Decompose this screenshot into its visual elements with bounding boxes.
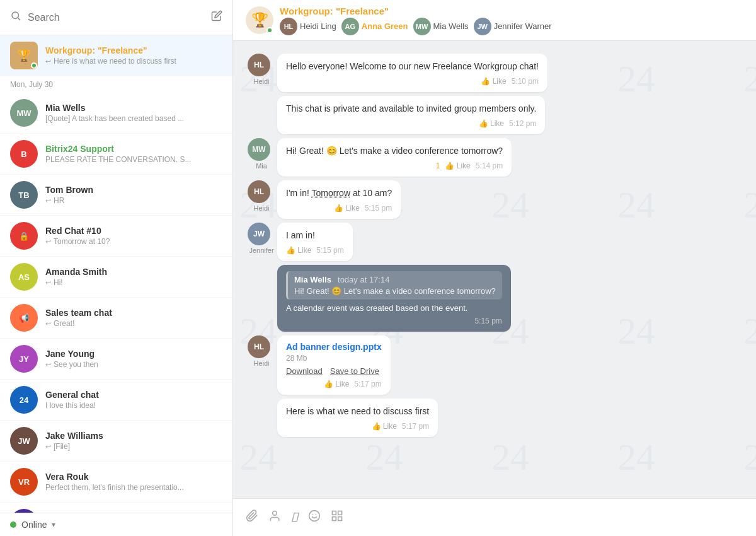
person-icon[interactable] [268,510,281,525]
sender-label: Heidi [253,359,269,367]
online-dot [10,521,16,528]
message-time: 5:10 pm [512,77,539,86]
like-button[interactable]: 👍 Like [324,380,349,388]
file-name[interactable]: Ad banner design.pptx [286,342,382,352]
chat-item[interactable]: CS Caroline Simon ↩ [File] [0,503,232,513]
search-input[interactable] [28,12,211,23]
chat-item-info: Mia Wells [Quote] A task has been create… [45,103,222,123]
like-button[interactable]: 👍 Like [334,204,359,213]
chat-item-info: Vera Rouk Perfect them, let's finish the… [45,472,222,492]
quote-block: Mia Wells today at 17:14 Hi! Great! 😊 Le… [286,271,502,300]
like-button[interactable]: 👍 Like [372,422,397,431]
chat-item-name: Vera Rouk [45,472,222,482]
chat-item[interactable]: MW Mia Wells [Quote] A task has been cre… [0,93,232,134]
message-bubble: Hello everyone! Welcome to our new Freel… [277,54,547,92]
chat-item-info: Red Chat #10 ↩ Tomorrow at 10? [45,226,222,246]
bubble-meta: 👍 Like 5:17 pm [286,422,429,431]
chat-item[interactable]: JW Jake Williams ↩ [File] [0,421,232,462]
chat-item-info: Jane Young ↩ See you then [45,349,222,369]
message-text: Here is what we need to discuss first [286,405,429,418]
chat-header: 🏆 Workgroup: "Freelance" HL Heidi Ling A… [233,0,756,41]
reply-icon: ↩ [45,320,51,328]
quote-author: Mia Wells today at 17:14 [294,275,496,284]
like-button[interactable]: 👍 Like [445,161,470,170]
apps-icon[interactable] [331,510,343,525]
message-bubble: Hi! Great! 😊 Let's make a video conferen… [277,138,512,177]
svg-point-0 [12,12,19,19]
header-member: HL Heidi Ling [280,18,336,35]
chat-item[interactable]: AS Amanda Smith ↩ Hi! [0,257,232,298]
chat-item-info: Sales team chat ↩ Great! [45,308,222,328]
sender-label: Heidi [253,78,269,85]
attach-icon[interactable] [246,510,258,525]
file-size: 28 Mb [286,354,382,363]
message-time: 5:17 pm [402,422,429,431]
bubble-meta: 👍 Like 5:10 pm [286,77,539,86]
message-bubble: Here is what we need to discuss first 👍 … [277,399,438,437]
reply-icon: ↩ [45,238,51,246]
download-button[interactable]: Download [286,366,323,376]
svg-point-2 [273,511,277,516]
svg-rect-9 [338,517,342,521]
active-chat-item[interactable]: 🏆 Workgroup: "Freelance" ↩ Here is what … [0,35,232,76]
sender-label: Heidi [253,204,269,212]
like-button[interactable]: 👍 Like [479,119,504,128]
slash-icon[interactable]: ⌷ [291,511,298,524]
quote-text: Hi! Great! 😊 Let's make a video conferen… [294,286,496,296]
message-row: Here is what we need to discuss first 👍 … [246,399,743,437]
chat-panel: 🏆 Workgroup: "Freelance" HL Heidi Ling A… [233,0,756,536]
sender-col: JW Jennifer [246,223,277,254]
bubble-meta: 1 👍 Like 5:14 pm [286,161,503,170]
svg-point-3 [309,511,320,521]
message-time: 5:15 pm [316,246,343,255]
bubble-meta: 👍 Like 5:15 pm [286,246,344,255]
like-button[interactable]: 👍 Like [481,77,506,86]
message-row: HL Heidi Ad banner design.pptx 28 Mb Dow… [246,335,743,395]
chat-item-preview: ↩ Great! [45,319,222,328]
header-member: AG Anna Green [341,18,408,35]
sender-col: MW Mia [246,138,277,170]
chat-item[interactable]: B Bitrix24 Support PLEASE RATE THE CONVE… [0,134,232,175]
reply-icon: ↩ [45,57,51,66]
chat-item[interactable]: 🔒 Red Chat #10 ↩ Tomorrow at 10? [0,216,232,257]
like-button[interactable]: 👍 Like [286,246,311,255]
chat-item-info: Jake Williams ↩ [File] [45,431,222,451]
status-dropdown-icon[interactable]: ▾ [52,520,55,529]
chat-item[interactable]: JY Jane Young ↩ See you then [0,339,232,380]
sender-col: HL Heidi [246,335,277,367]
bubble-meta: 5:15 pm [286,317,502,325]
reply-icon: ↩ [45,279,51,287]
header-group-info: Workgroup: "Freelance" HL Heidi Ling AG … [280,6,552,35]
chat-item[interactable]: 24 General chat I love this idea! [0,380,232,421]
message-row: Mia Wells today at 17:14 Hi! Great! 😊 Le… [246,265,743,332]
member-avatar: MW [413,18,431,35]
active-chat-preview: ↩ Here is what we need to discuss first [45,57,222,66]
chat-avatar: MW [10,99,38,127]
emoji-icon[interactable] [308,510,321,525]
message-row: JW Jennifer I am in! 👍 Like 5:15 pm [246,223,743,261]
message-time: 5:14 pm [476,161,503,170]
header-member: MW Mia Wells [413,18,469,35]
chat-item-name: Red Chat #10 [45,226,222,236]
sender-avatar: JW [248,223,270,245]
message-text: I am in! [286,229,344,242]
save-to-drive-button[interactable]: Save to Drive [330,366,379,376]
compose-icon[interactable] [211,10,222,25]
chat-avatar: 📢 [10,304,38,332]
chat-item-preview: ↩ [File] [45,442,222,451]
sidebar: 🏆 Workgroup: "Freelance" ↩ Here is what … [0,0,233,536]
chat-item-preview: PLEASE RATE THE CONVERSATION. S... [45,155,222,164]
chat-item-preview: ↩ See you then [45,360,222,369]
chat-avatar: AS [10,263,38,291]
input-bar: ⌷ [233,498,756,536]
message-bubble: I am in! 👍 Like 5:15 pm [277,223,353,261]
message-bubble: I'm in! Tomorrow at 10 am? 👍 Like 5:15 p… [277,180,401,219]
chat-item[interactable]: VR Vera Rouk Perfect them, let's finish … [0,462,232,503]
chat-item-name: Jake Williams [45,431,222,441]
sender-avatar: HL [248,335,270,358]
sender-col: HL Heidi [246,180,277,212]
chat-item[interactable]: TB Tom Brown ↩ HR [0,175,232,216]
chat-avatar: VR [10,468,38,496]
chat-item[interactable]: 📢 Sales team chat ↩ Great! [0,298,232,339]
messages-area: HL Heidi Hello everyone! Welcome to our … [233,41,756,498]
